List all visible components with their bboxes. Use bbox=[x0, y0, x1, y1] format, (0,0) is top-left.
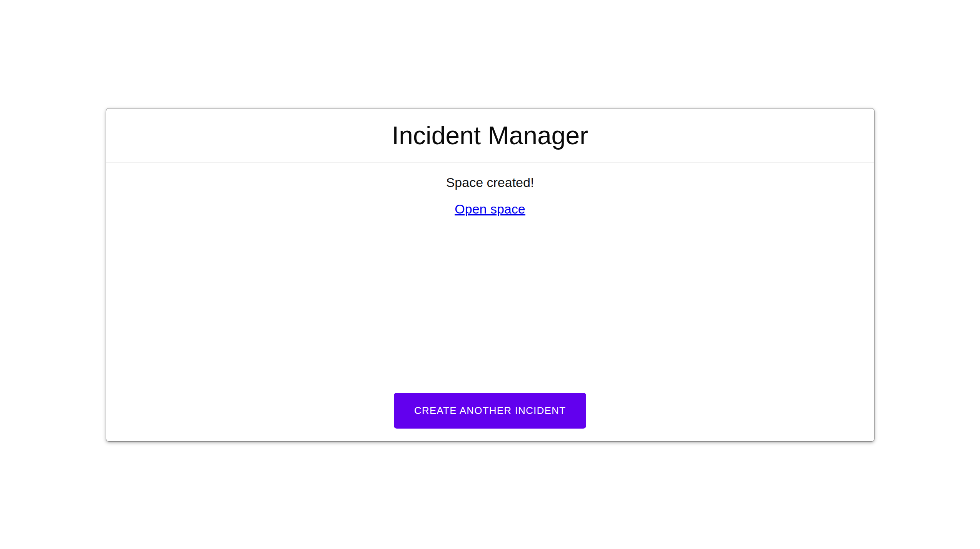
open-space-link-row: Open space bbox=[106, 201, 874, 217]
status-message: Space created! bbox=[106, 175, 874, 190]
create-another-incident-button[interactable]: CREATE ANOTHER INCIDENT bbox=[394, 393, 586, 429]
card-footer: CREATE ANOTHER INCIDENT bbox=[106, 380, 874, 441]
card-header: Incident Manager bbox=[106, 108, 874, 162]
page-title: Incident Manager bbox=[392, 121, 588, 150]
open-space-link[interactable]: Open space bbox=[455, 202, 525, 216]
card-content: Space created! Open space bbox=[106, 162, 874, 380]
incident-manager-card: Incident Manager Space created! Open spa… bbox=[106, 108, 875, 442]
